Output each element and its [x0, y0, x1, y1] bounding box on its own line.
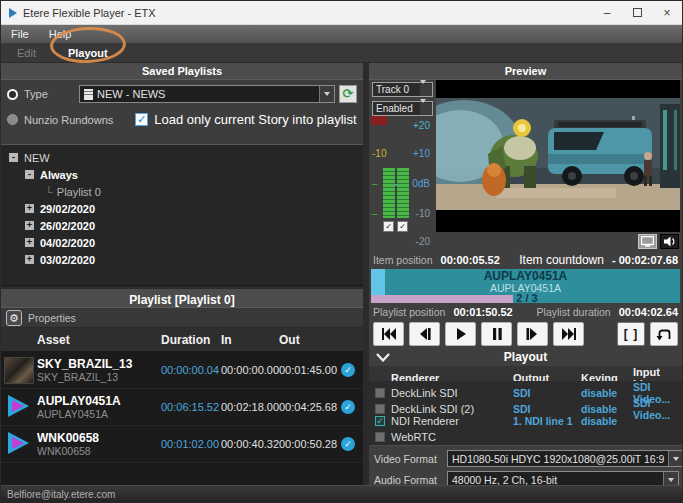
audio-format-value: 48000 Hz, 2 Ch, 16-bit	[448, 474, 663, 486]
expand-icon[interactable]: +	[25, 238, 34, 247]
meter-scale-label: +10	[413, 148, 430, 159]
asset-duration: 00:00:00.04	[161, 364, 221, 376]
maximize-button[interactable]	[622, 1, 652, 24]
asset-in: 00:00:00.00	[221, 364, 279, 376]
tree-label: Playlist 0	[57, 186, 101, 198]
collapse-icon[interactable]: -	[25, 170, 34, 179]
frame-back-button[interactable]	[409, 322, 440, 346]
dropdown-arrow[interactable]	[319, 86, 334, 102]
item-position-value: 00:00:05.52	[441, 254, 500, 266]
menu-bar: File Help	[1, 25, 682, 43]
skip-start-button[interactable]	[373, 322, 404, 346]
asset-out: 00:00:50.28	[279, 438, 341, 450]
renderer-row[interactable]: WebRTC	[369, 429, 682, 445]
dropdown-arrow[interactable]	[420, 103, 432, 115]
meter-scale-label: +20	[413, 120, 430, 131]
tree-item-date[interactable]: + 29/02/2020	[1, 200, 363, 217]
item-countdown-label: Item countdown	[519, 253, 604, 267]
video-frame	[436, 98, 680, 210]
channel-checkbox[interactable]: ✓	[397, 221, 408, 232]
item-position-row: Item position 00:00:05.52 Item countdown…	[369, 252, 682, 268]
asset-out: 00:04:25.68	[279, 401, 341, 413]
tab-playout[interactable]: Playout	[52, 47, 124, 59]
asset-duration: 00:06:15.52	[161, 401, 221, 413]
rundowns-label: Nunzio Rundowns	[24, 114, 113, 126]
channel-checkbox[interactable]: ✓	[383, 221, 394, 232]
meter-scale-label: -10	[416, 208, 430, 219]
rundowns-radio[interactable]	[7, 114, 18, 125]
ready-check-icon[interactable]: ✓	[341, 400, 355, 414]
dropdown-arrow[interactable]	[668, 451, 683, 466]
tree-item-playlist0[interactable]: └ Playlist 0	[1, 183, 363, 200]
col-out[interactable]: Out	[279, 333, 341, 347]
playlist-source-controls: Type NEW - NEWS ⟳ Nunzio Rundowns ✓ Load…	[1, 80, 363, 144]
track-dropdown[interactable]: Track 0	[372, 82, 433, 97]
pause-button[interactable]	[481, 322, 512, 346]
play-button[interactable]	[445, 322, 476, 346]
asset-out: 00:01:45.00	[279, 364, 341, 376]
video-format-dropdown[interactable]: HD1080-50i HDYC 1920x1080@25.00iT 16:9	[447, 450, 683, 467]
expand-icon[interactable]: +	[25, 204, 34, 213]
gear-icon[interactable]: ⚙	[6, 310, 22, 326]
tree-item-new[interactable]: - NEW	[1, 149, 363, 166]
logged-in-user: Belfiore@italy.etere.com	[7, 489, 115, 500]
monitor-icon[interactable]	[638, 234, 657, 249]
close-button[interactable]: ×	[652, 1, 682, 24]
properties-button[interactable]: Properties	[28, 312, 76, 324]
table-row[interactable]: WNK00658 WNK00658 00:01:02.00 00:00:40.3…	[1, 426, 363, 463]
table-row[interactable]: SKY_BRAZIL_13 SKY_BRAZIL_13 00:00:00.04 …	[1, 352, 363, 389]
ready-check-icon[interactable]: ✓	[341, 363, 355, 377]
renderer-checkbox[interactable]	[375, 432, 385, 442]
type-radio[interactable]	[7, 89, 18, 100]
asset-in: 00:00:40.32	[221, 438, 279, 450]
dropdown-arrow[interactable]	[420, 84, 432, 96]
tree-label: 03/02/2020	[40, 254, 95, 266]
menu-help[interactable]: Help	[39, 28, 82, 40]
col-in[interactable]: In	[221, 333, 279, 347]
renderer-table-header: Renderer Output Keying Input Line	[369, 366, 682, 381]
col-duration[interactable]: Duration	[161, 333, 221, 347]
minimize-button[interactable]: –	[592, 1, 622, 24]
tree-label: 04/02/2020	[40, 237, 95, 249]
playlist-type-dropdown[interactable]: NEW - NEWS	[79, 85, 335, 103]
item-countdown-value: - 00:02:07.68	[612, 254, 678, 266]
video-preview[interactable]	[436, 80, 680, 232]
enabled-dropdown[interactable]: Enabled	[372, 101, 433, 116]
tree-item-date[interactable]: + 03/02/2020	[1, 251, 363, 268]
clip-thumbnail	[4, 357, 34, 384]
track-value: Track 0	[373, 84, 420, 95]
playlist-table-header: Asset Duration In Out	[1, 328, 363, 352]
col-asset[interactable]: Asset	[37, 333, 161, 347]
tree-item-always[interactable]: - Always	[1, 166, 363, 183]
renderer-row[interactable]: DeckLink SDI (2) SDI disable SDI Video..…	[369, 397, 682, 413]
play-clip-icon	[5, 430, 31, 456]
renderer-row[interactable]: DeckLink SDI SDI disable SDI Video...	[369, 381, 682, 397]
loop-button[interactable]	[650, 322, 678, 346]
renderer-checkbox-checked[interactable]: ✓	[375, 416, 385, 426]
speaker-icon[interactable]	[660, 234, 679, 249]
properties-strip: ⚙ Properties	[1, 308, 363, 328]
menu-file[interactable]: File	[1, 28, 39, 40]
playlist-table-body: SKY_BRAZIL_13 SKY_BRAZIL_13 00:00:00.04 …	[1, 352, 363, 485]
tree-item-date[interactable]: + 26/02/2020	[1, 217, 363, 234]
table-row[interactable]: AUPLAY0451A AUPLAY0451A 00:06:15.52 00:0…	[1, 389, 363, 426]
maximize-icon	[633, 8, 642, 17]
renderer-checkbox[interactable]	[375, 388, 385, 398]
renderer-checkbox[interactable]	[375, 404, 385, 414]
frame-forward-button[interactable]	[517, 322, 548, 346]
item-progress-bar[interactable]: AUPLAY0451A AUPLAY0451A 2 / 3	[371, 269, 680, 303]
story-checkbox[interactable]: ✓	[135, 113, 148, 126]
mark-inout-button[interactable]: [ ]	[617, 322, 645, 346]
expand-icon[interactable]: +	[25, 221, 34, 230]
renderer-name: NDI Renderer	[391, 415, 513, 427]
skip-end-button[interactable]	[553, 322, 584, 346]
ready-check-icon[interactable]: ✓	[341, 437, 355, 451]
chevron-down-icon[interactable]	[375, 353, 391, 362]
collapse-icon[interactable]: -	[9, 153, 18, 162]
tree-item-date[interactable]: + 04/02/2020	[1, 234, 363, 251]
expand-icon[interactable]: +	[25, 255, 34, 264]
audio-format-label: Audio Format	[374, 474, 447, 486]
renderer-name: DeckLink SDI	[391, 387, 513, 399]
tab-edit[interactable]: Edit	[1, 47, 52, 59]
refresh-button[interactable]: ⟳	[339, 85, 357, 103]
